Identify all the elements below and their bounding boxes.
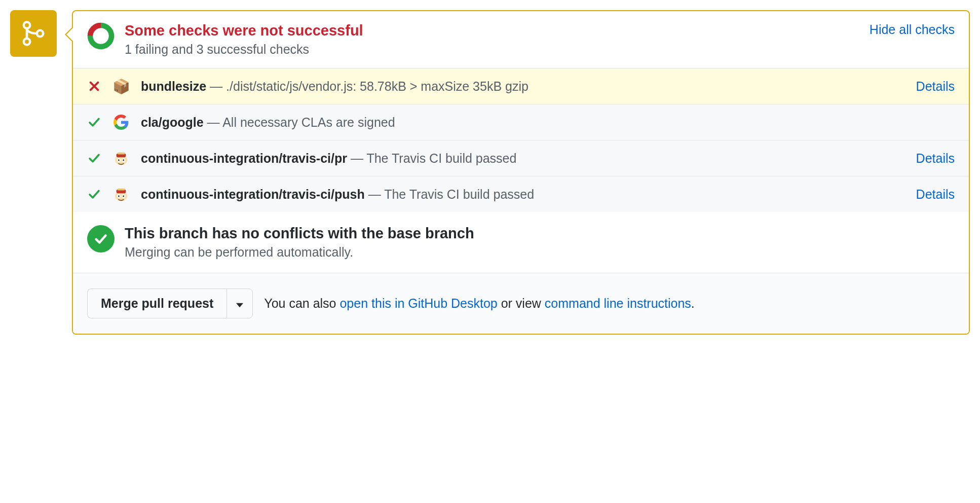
check-description: continuous-integration/travis-ci/pr — Th…	[141, 151, 905, 166]
check-details-link[interactable]: Details	[916, 79, 955, 94]
check-description: cla/google — All necessary CLAs are sign…	[141, 115, 944, 130]
svg-point-2	[37, 30, 43, 37]
check-icon	[87, 152, 101, 164]
check-icon	[87, 116, 101, 128]
git-merge-icon	[20, 20, 47, 47]
svg-point-11	[123, 159, 124, 161]
command-line-link[interactable]: command line instructions	[545, 296, 691, 310]
merge-pull-request-button[interactable]: Merge pull request	[87, 289, 227, 318]
travis-icon	[112, 150, 130, 167]
svg-rect-7	[118, 153, 125, 155]
check-description: continuous-integration/travis-ci/push — …	[141, 187, 905, 202]
check-description: bundlesize — ./dist/static/js/vendor.js:…	[141, 79, 905, 94]
svg-point-1	[24, 39, 30, 45]
travis-icon	[112, 186, 130, 203]
status-donut-icon	[87, 22, 115, 50]
check-details-link[interactable]: Details	[916, 187, 955, 202]
checks-status-subtitle: 1 failing and 3 successful checks	[125, 42, 859, 57]
svg-point-18	[123, 195, 124, 197]
checks-status-title: Some checks were not successful	[125, 22, 859, 39]
success-circle-icon	[87, 225, 115, 253]
check-row: 📦 bundlesize — ./dist/static/js/vendor.j…	[73, 68, 969, 104]
merge-status-subtitle: Merging can be performed automatically.	[125, 245, 474, 260]
check-icon	[87, 188, 101, 200]
merge-actions: Merge pull request You can also open thi…	[73, 273, 969, 334]
merge-conflict-status: This branch has no conflicts with the ba…	[73, 212, 969, 273]
caret-down-icon	[236, 303, 243, 308]
svg-point-9	[118, 159, 120, 161]
check-details-link[interactable]: Details	[916, 151, 955, 166]
google-icon	[112, 114, 130, 131]
merge-hint-text: You can also open this in GitHub Desktop…	[264, 296, 695, 311]
checks-list: 📦 bundlesize — ./dist/static/js/vendor.j…	[73, 68, 969, 212]
merge-options-dropdown[interactable]	[227, 289, 253, 318]
merge-status-title: This branch has no conflicts with the ba…	[125, 225, 474, 242]
open-desktop-link[interactable]: open this in GitHub Desktop	[340, 296, 497, 310]
svg-point-16	[118, 195, 120, 197]
merge-timeline-badge	[10, 10, 57, 57]
check-row: continuous-integration/travis-ci/pr — Th…	[73, 140, 969, 176]
svg-point-0	[24, 22, 30, 28]
x-icon	[87, 81, 101, 92]
hide-all-checks-link[interactable]: Hide all checks	[870, 22, 955, 37]
merge-status-box: Some checks were not successful 1 failin…	[72, 10, 970, 335]
svg-rect-14	[118, 189, 125, 191]
checks-status-header: Some checks were not successful 1 failin…	[73, 11, 969, 68]
check-row: continuous-integration/travis-ci/push — …	[73, 176, 969, 212]
check-row: cla/google — All necessary CLAs are sign…	[73, 104, 969, 140]
package-icon: 📦	[112, 78, 130, 95]
